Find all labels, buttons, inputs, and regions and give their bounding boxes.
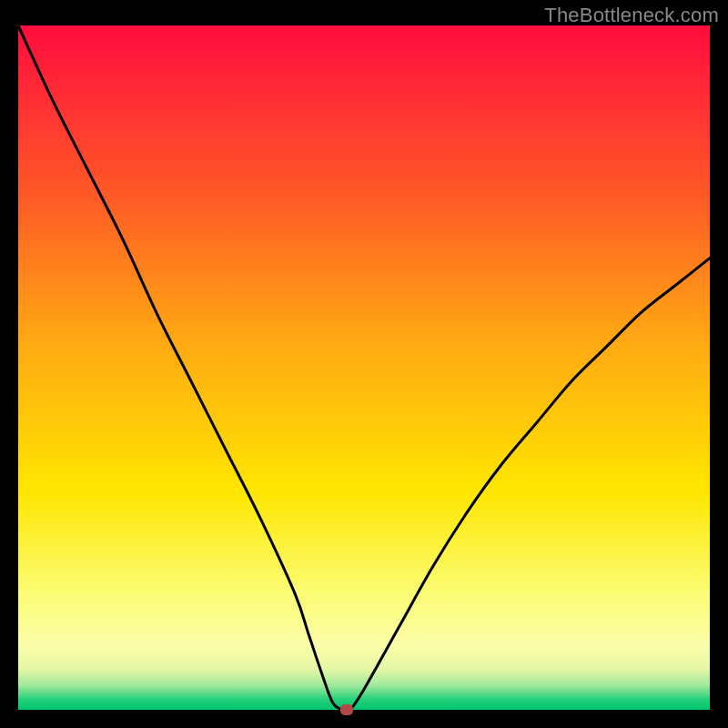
bottleneck-chart (0, 0, 728, 728)
plot-background (18, 25, 710, 710)
watermark-label: TheBottleneck.com (544, 4, 719, 27)
chart-container: TheBottleneck.com (0, 0, 728, 728)
optimal-point-marker (340, 704, 353, 715)
